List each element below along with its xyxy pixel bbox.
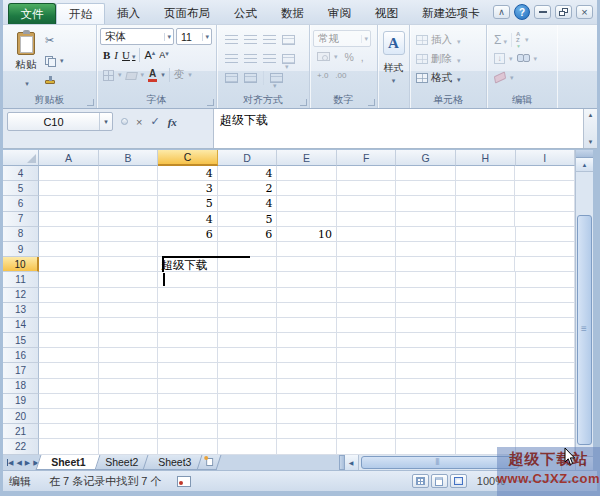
format-cells-button[interactable]: 格式 bbox=[413, 68, 483, 87]
cell-F14[interactable] bbox=[337, 318, 397, 333]
cell-B19[interactable] bbox=[99, 394, 159, 409]
fill-color-button[interactable] bbox=[126, 66, 145, 84]
decrease-indent-icon[interactable] bbox=[225, 73, 238, 83]
minimize-button[interactable] bbox=[534, 5, 551, 19]
insert-worksheet-button[interactable] bbox=[196, 455, 221, 470]
cell-D18[interactable] bbox=[218, 379, 278, 394]
column-header-G[interactable]: G bbox=[396, 150, 456, 166]
cell-F17[interactable] bbox=[337, 363, 397, 378]
cell-D17[interactable] bbox=[218, 363, 278, 378]
cell-I16[interactable] bbox=[516, 348, 576, 363]
underline-button[interactable]: U bbox=[122, 49, 135, 61]
cell-H16[interactable] bbox=[456, 348, 516, 363]
tab-数据[interactable]: 数据 bbox=[269, 3, 316, 24]
cell-D6[interactable]: 4 bbox=[218, 196, 278, 211]
cell-D15[interactable] bbox=[218, 333, 278, 348]
cell-D19[interactable] bbox=[218, 394, 278, 409]
align-center-icon[interactable] bbox=[244, 54, 257, 63]
cell-G11[interactable] bbox=[396, 272, 456, 287]
clear-button[interactable] bbox=[494, 69, 514, 87]
cell-I7[interactable] bbox=[515, 212, 575, 227]
cell-F10[interactable] bbox=[337, 257, 397, 272]
cell-C7[interactable]: 4 bbox=[158, 212, 218, 227]
cell-D11[interactable] bbox=[218, 272, 278, 287]
row-header-8[interactable]: 8 bbox=[3, 227, 39, 242]
cell-B12[interactable] bbox=[99, 288, 159, 303]
percent-button[interactable]: % bbox=[345, 51, 354, 63]
sheet-tab-Sheet1[interactable]: Sheet1 bbox=[35, 455, 100, 470]
shrink-font-button[interactable]: A bbox=[159, 50, 169, 60]
italic-button[interactable]: I bbox=[114, 49, 118, 61]
cell-E5[interactable] bbox=[277, 181, 337, 196]
cell-E10[interactable] bbox=[277, 257, 337, 272]
insert-function-button[interactable]: fx bbox=[168, 116, 177, 128]
column-header-E[interactable]: E bbox=[277, 150, 337, 166]
cell-B16[interactable] bbox=[99, 348, 159, 363]
cell-F20[interactable] bbox=[337, 409, 397, 424]
align-top-icon[interactable] bbox=[225, 35, 238, 44]
cell-A16[interactable] bbox=[39, 348, 99, 363]
font-dialog-launcher-icon[interactable] bbox=[207, 99, 214, 106]
cell-E18[interactable] bbox=[277, 379, 337, 394]
orientation-icon[interactable] bbox=[270, 73, 283, 83]
row-header-22[interactable]: 22 bbox=[3, 439, 39, 454]
clipboard-dialog-launcher-icon[interactable] bbox=[87, 99, 94, 106]
cell-D4[interactable]: 4 bbox=[218, 166, 278, 181]
cell-C12[interactable] bbox=[158, 288, 218, 303]
cell-B8[interactable] bbox=[99, 227, 159, 242]
cell-I9[interactable] bbox=[516, 242, 576, 257]
cell-H20[interactable] bbox=[456, 409, 516, 424]
cell-D12[interactable] bbox=[218, 288, 278, 303]
row-header-17[interactable]: 17 bbox=[3, 363, 39, 378]
cell-B13[interactable] bbox=[99, 303, 159, 318]
cell-F4[interactable] bbox=[337, 166, 397, 181]
merge-center-icon[interactable] bbox=[282, 54, 295, 64]
find-select-button[interactable] bbox=[517, 50, 538, 68]
cell-E9[interactable] bbox=[277, 242, 337, 257]
styles-button[interactable]: 样式 bbox=[384, 61, 404, 75]
cell-I12[interactable] bbox=[516, 288, 576, 303]
cell-C21[interactable] bbox=[158, 424, 218, 439]
cell-F7[interactable] bbox=[337, 212, 397, 227]
cell-C22[interactable] bbox=[158, 439, 218, 454]
cell-B9[interactable] bbox=[99, 242, 159, 257]
cell-F11[interactable] bbox=[337, 272, 397, 287]
row-header-18[interactable]: 18 bbox=[3, 379, 39, 394]
cell-G15[interactable] bbox=[396, 333, 456, 348]
cell-H5[interactable] bbox=[456, 181, 516, 196]
cell-A20[interactable] bbox=[39, 409, 99, 424]
cell-C9[interactable] bbox=[158, 242, 218, 257]
cell-F6[interactable] bbox=[337, 196, 397, 211]
cell-G18[interactable] bbox=[396, 379, 456, 394]
cell-H11[interactable] bbox=[456, 272, 516, 287]
cell-A14[interactable] bbox=[39, 318, 99, 333]
row-header-12[interactable]: 12 bbox=[3, 288, 39, 303]
cell-D9[interactable] bbox=[218, 242, 278, 257]
formula-input[interactable]: 超级下载 bbox=[213, 109, 583, 148]
column-header-B[interactable]: B bbox=[99, 150, 159, 166]
cell-B4[interactable] bbox=[99, 166, 159, 181]
cell-E13[interactable] bbox=[277, 303, 337, 318]
scroll-left-button[interactable]: ◀ bbox=[345, 455, 359, 470]
vertical-split-handle[interactable] bbox=[576, 150, 593, 158]
column-header-D[interactable]: D bbox=[218, 150, 278, 166]
copy-button[interactable] bbox=[45, 52, 64, 70]
cell-G6[interactable] bbox=[396, 196, 456, 211]
cell-B20[interactable] bbox=[99, 409, 159, 424]
cell-G8[interactable] bbox=[396, 227, 456, 242]
row-header-4[interactable]: 4 bbox=[3, 166, 39, 181]
cell-I4[interactable] bbox=[515, 166, 575, 181]
cell-H8[interactable] bbox=[456, 227, 516, 242]
cell-C17[interactable] bbox=[158, 363, 218, 378]
cell-A15[interactable] bbox=[39, 333, 99, 348]
cell-I17[interactable] bbox=[516, 363, 576, 378]
row-header-13[interactable]: 13 bbox=[3, 303, 39, 318]
page-layout-view-button[interactable] bbox=[431, 474, 448, 488]
cell-C4[interactable]: 4 bbox=[158, 166, 218, 181]
cell-A7[interactable] bbox=[39, 212, 99, 227]
tab-开始[interactable]: 开始 bbox=[56, 3, 105, 24]
autosum-button[interactable]: Σ bbox=[494, 33, 507, 47]
styles-icon[interactable]: A bbox=[383, 31, 405, 55]
cell-H21[interactable] bbox=[456, 424, 516, 439]
cell-B22[interactable] bbox=[99, 439, 159, 454]
